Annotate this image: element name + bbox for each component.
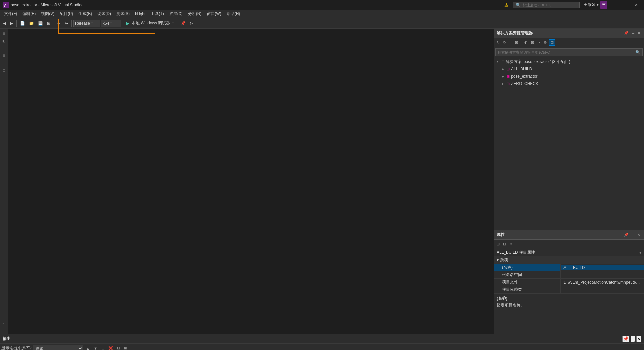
solution-search-input[interactable] <box>498 50 634 54</box>
output-header-controls[interactable]: 📌 ─ ✕ <box>622 336 641 342</box>
output-pin-btn[interactable]: 📌 <box>622 336 629 342</box>
sidebar-icon-5[interactable]: ⊡ <box>1 59 7 66</box>
restore-button[interactable]: □ <box>622 1 631 9</box>
se-toggle-btn[interactable]: ◐ <box>523 40 529 45</box>
toolbar-redo[interactable]: ↪ <box>63 19 70 27</box>
window-controls[interactable]: ─ □ ✕ <box>611 1 641 9</box>
se-highlight-btn[interactable]: ⊡ <box>549 39 555 46</box>
se-pin-button[interactable]: 📌 <box>623 31 630 36</box>
sidebar-icon-bottom-2[interactable]: ┤ <box>1 327 7 334</box>
project-all-build[interactable]: ▶ ⊞ ALL_BUILD <box>494 65 644 73</box>
menu-window[interactable]: 窗口(W) <box>204 10 224 17</box>
properties-title: 属性 <box>497 232 505 238</box>
output-close-btn[interactable]: ✕ <box>636 336 641 342</box>
toolbar-save-all[interactable]: ⊞ <box>45 19 52 27</box>
sidebar-icon-1[interactable]: ⊞ <box>1 30 7 37</box>
output-btn-5[interactable]: ⊟ <box>116 346 121 350</box>
menu-help[interactable]: 帮助(H) <box>224 10 243 17</box>
quick-launch-input[interactable] <box>523 3 573 7</box>
sidebar-icon-6[interactable]: ◻ <box>1 67 7 73</box>
se-sync-btn[interactable]: ↻ <box>495 40 501 45</box>
se-home-btn[interactable]: ⌂ <box>508 40 513 45</box>
prop-row-file[interactable]: 项目文件 D:\WLm_Project\MotionCatch\wmhpe3d\… <box>494 279 644 286</box>
all-build-icon: ⊞ <box>507 67 510 71</box>
platform-dropdown[interactable]: x64 ▾ <box>101 20 121 27</box>
toolbar-sep-2 <box>54 20 54 27</box>
prop-row-namespace[interactable]: 根命名空间 <box>494 271 644 279</box>
misc-expand-icon: ▾ <box>497 258 499 262</box>
menu-night[interactable]: N.ight <box>132 11 148 17</box>
solution-root[interactable]: ▾ ⊟ 解决方案 'pose_extractor' (3 个项目) <box>494 58 644 65</box>
close-button[interactable]: ✕ <box>631 1 641 9</box>
toolbar-undo[interactable]: ↩ <box>56 19 62 27</box>
toolbar-back[interactable]: ◀ <box>1 19 8 27</box>
toolbar-forward[interactable]: ▶ <box>8 19 15 27</box>
configuration-dropdown[interactable]: Release ▾ <box>73 20 100 27</box>
sidebar-icon-2[interactable]: ◧ <box>1 37 7 44</box>
props-close-button[interactable]: ✕ <box>636 232 641 237</box>
toolbar-save[interactable]: 💾 <box>36 19 45 27</box>
sidebar-icon-4[interactable]: ⊟ <box>1 52 7 59</box>
solution-explorer-search[interactable]: 🔍 <box>495 48 643 56</box>
menu-edit[interactable]: 编辑(E) <box>20 10 38 17</box>
menu-extensions[interactable]: 扩展(X) <box>167 10 185 17</box>
configuration-arrow: ▾ <box>91 22 93 25</box>
sidebar-icon-3[interactable]: ☰ <box>1 45 7 51</box>
menu-debug[interactable]: 调试(D) <box>95 10 114 17</box>
se-filter-btn[interactable]: ⊳ <box>536 40 542 45</box>
solution-explorer-controls[interactable]: 📌 ─ ✕ <box>623 31 641 36</box>
se-close-button[interactable]: ✕ <box>636 31 641 36</box>
menu-build[interactable]: 生成(B) <box>76 10 95 17</box>
props-dropdown-arrow[interactable]: ▾ <box>639 250 641 255</box>
pose-extractor-icon: ⊞ <box>507 74 510 79</box>
minimize-button[interactable]: ─ <box>611 1 621 9</box>
properties-controls[interactable]: 📌 ─ ✕ <box>623 232 641 237</box>
toolbar-open[interactable]: 📁 <box>27 19 36 27</box>
project-pose-extractor[interactable]: ▶ ⊞ pose_extractor <box>494 73 644 80</box>
prop-row-deps[interactable]: 项目依赖类 <box>494 286 644 293</box>
se-settings-btn[interactable]: ⚙ <box>542 40 548 45</box>
solution-explorer-toolbar: ↻ ⟳ ⌂ ⊞ ◐ ⊟ ⊳ ⚙ ⊡ <box>494 38 644 47</box>
zero-check-label: ZERO_CHECK <box>511 81 538 86</box>
start-debug-button[interactable]: ▶ <box>125 19 131 27</box>
title-left: V pose_extractor - Microsoft Visual Stud… <box>3 2 82 8</box>
se-search-btn[interactable]: ⊞ <box>514 40 519 45</box>
search-icon: 🔍 <box>516 3 521 7</box>
menu-view[interactable]: 视图(V) <box>38 10 57 17</box>
props-grid-btn[interactable]: ⊞ <box>495 241 501 247</box>
menu-analyze[interactable]: 分析(N) <box>185 10 204 17</box>
menu-tools[interactable]: 工具(T) <box>148 10 166 17</box>
prop-namespace-label: 根命名空间 <box>494 271 561 278</box>
se-minimize-button[interactable]: ─ <box>631 31 635 36</box>
solution-explorer: 解决方案资源管理器 📌 ─ ✕ ↻ ⟳ ⌂ ⊞ ◐ ⊟ ⊳ ⚙ ⊡ <box>494 29 644 230</box>
toolbar-pin[interactable]: 📌 <box>179 19 187 27</box>
prop-row-name[interactable]: (名称) ALL_BUILD <box>494 264 644 271</box>
toolbar-new[interactable]: 📄 <box>18 19 27 27</box>
prop-file-value: D:\WLm_Project\MotionCatch\wmhpe3d\wmhpe <box>561 280 644 285</box>
output-btn-4[interactable]: ❌ <box>107 346 114 350</box>
user-info[interactable]: 王耀延 ▾ 王 <box>584 1 607 9</box>
props-pin-button[interactable]: 📌 <box>623 232 630 237</box>
solution-explorer-title: 解决方案资源管理器 <box>497 30 533 36</box>
output-btn-3[interactable]: ⊡ <box>100 346 106 350</box>
debug-dropdown[interactable]: ▾ <box>171 19 175 27</box>
output-source-select[interactable]: 调试 <box>33 345 83 350</box>
output-minimize-btn[interactable]: ─ <box>631 336 635 342</box>
output-collapse-btn[interactable]: ⊞ <box>123 346 128 350</box>
output-btn-1[interactable]: ▲ <box>85 346 91 350</box>
menu-project[interactable]: 项目(P) <box>57 10 76 17</box>
project-zero-check[interactable]: ▶ ⊞ ZERO_CHECK <box>494 80 644 88</box>
quick-launch-bar[interactable]: 🔍 <box>513 2 580 8</box>
props-custom-btn[interactable]: ⚙ <box>508 241 514 247</box>
misc-label: 杂项 <box>500 257 508 263</box>
props-sort-btn[interactable]: ⊟ <box>502 241 507 247</box>
sidebar-icon-bottom-1[interactable]: ┤ <box>1 320 7 327</box>
toolbar-extra[interactable]: ⊳ <box>188 19 195 27</box>
show-output-label: 显示输出来源(S): <box>1 345 32 350</box>
props-minimize-button[interactable]: ─ <box>631 233 635 237</box>
se-view-btn[interactable]: ⊟ <box>530 40 535 45</box>
output-btn-2[interactable]: ▼ <box>92 346 99 350</box>
se-refresh-btn[interactable]: ⟳ <box>502 40 507 45</box>
menu-test[interactable]: 测试(S) <box>114 10 132 17</box>
menu-file[interactable]: 文件(F) <box>1 10 20 17</box>
